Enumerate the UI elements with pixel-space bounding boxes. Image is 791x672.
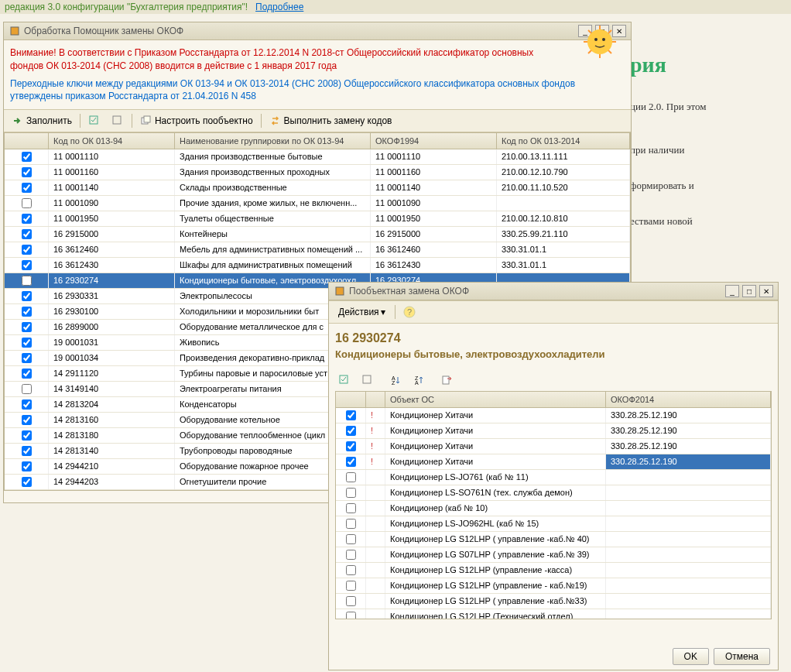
row-checkbox[interactable]	[22, 399, 32, 410]
row-checkbox[interactable]	[346, 503, 356, 513]
row-checkbox[interactable]	[346, 488, 356, 498]
table-row[interactable]: Кондиционер LS-JO962HL (каб № 15)	[336, 516, 771, 532]
banner-link[interactable]: Подробнее	[255, 2, 303, 12]
table-row[interactable]: 11 0001110 Здания производственные бытов…	[5, 149, 630, 165]
table-row[interactable]: 11 0001160 Здания производственных прохо…	[5, 165, 630, 180]
row-checkbox[interactable]	[22, 260, 32, 270]
row-checkbox[interactable]	[22, 307, 32, 317]
cell-object: Кондиционер LG S12LHP ( управление -каб.…	[385, 532, 606, 547]
row-checkbox[interactable]	[346, 410, 356, 420]
sort-desc-button[interactable]: ZA	[409, 372, 428, 388]
table-row[interactable]: ! Кондиционер Хитачи 330.28.25.12.190	[336, 408, 771, 423]
uncheck-all-button[interactable]	[358, 372, 377, 388]
cell-okof: 11 0001110	[371, 149, 497, 164]
table-row[interactable]: ! Кондиционер Хитачи 330.28.25.12.190	[336, 423, 771, 439]
row-checkbox[interactable]	[22, 477, 32, 487]
row-checkbox[interactable]	[346, 426, 356, 436]
table-row[interactable]: 16 2915000 Контейнеры 16 2915000 330.25.…	[5, 227, 630, 242]
row-checkbox[interactable]	[22, 322, 32, 332]
row-checkbox[interactable]	[346, 441, 356, 451]
check-all-button[interactable]	[335, 372, 354, 388]
table-row[interactable]: Кондиционер LG S12LHP ( управление -каб.…	[336, 594, 771, 609]
table-row[interactable]: Кондиционер LG S12LHP ( управление -каб.…	[336, 532, 771, 547]
row-checkbox[interactable]	[22, 152, 32, 162]
close-button[interactable]: ✕	[759, 285, 773, 297]
row-checkbox[interactable]	[346, 457, 356, 467]
row-checkbox[interactable]	[22, 430, 32, 441]
ok-button[interactable]: OK	[673, 648, 709, 665]
table-row[interactable]: 11 0001140 Склады производственные 11 00…	[5, 180, 630, 196]
row-checkbox[interactable]	[22, 229, 32, 239]
cell-okof: 330.28.25.12.190	[606, 408, 771, 423]
row-checkbox[interactable]	[22, 276, 32, 286]
cell-name: Туалеты общественные	[175, 211, 371, 226]
table-row[interactable]: Кондиционер LG S12LHP (управление -касса…	[336, 563, 771, 578]
row-checkbox[interactable]	[346, 472, 356, 482]
table-row[interactable]: 16 3612430 Шкафы для административных по…	[5, 258, 630, 273]
row-checkbox[interactable]	[22, 415, 32, 425]
col-newcode[interactable]: Код по ОК 013-2014	[497, 133, 630, 149]
row-checkbox[interactable]	[346, 550, 356, 560]
cell-newcode: 210.00.11.10.520	[497, 180, 630, 195]
top-banner: редакция 3.0 конфигурации "Бухгалтерия п…	[0, 0, 791, 14]
col-object[interactable]: Объект ОС	[385, 392, 606, 407]
actions-dropdown[interactable]: Действия ▾	[334, 305, 390, 319]
row-checkbox[interactable]	[22, 353, 32, 363]
row-checkbox[interactable]	[346, 596, 356, 606]
export-button[interactable]	[437, 372, 456, 388]
row-checkbox[interactable]	[22, 183, 32, 193]
row-checkbox[interactable]	[22, 369, 32, 379]
cancel-button[interactable]: Отмена	[714, 648, 770, 665]
row-checkbox[interactable]	[22, 245, 32, 255]
minimize-button[interactable]: _	[725, 285, 739, 297]
row-checkbox[interactable]	[346, 581, 356, 591]
row-checkbox[interactable]	[22, 291, 32, 301]
sort-asc-button[interactable]: AZ	[386, 372, 405, 388]
row-checkbox[interactable]	[346, 519, 356, 529]
table-row[interactable]: 11 0001950 Туалеты общественные 11 00019…	[5, 211, 630, 227]
table-row[interactable]: Кондиционер LG S07LHP ( управление -каб.…	[336, 547, 771, 563]
table-row[interactable]: Кондиционер LS-JO761 (каб № 11)	[336, 470, 771, 485]
fill-button[interactable]: Заполнить	[9, 113, 75, 129]
row-checkbox[interactable]	[346, 565, 356, 575]
cell-mark	[366, 547, 385, 562]
col-name[interactable]: Наименование группировки по ОК 013-94	[175, 133, 371, 149]
help-button[interactable]: ?	[400, 304, 419, 320]
col-okof[interactable]: ОКОФ1994	[371, 133, 497, 149]
row-checkbox[interactable]	[346, 612, 356, 619]
table-row[interactable]: Кондиционер LS-SO761N (тех. служба демон…	[336, 485, 771, 501]
cell-okof: 16 3612460	[371, 242, 497, 257]
table-row[interactable]: ! Кондиционер Хитачи 330.28.25.12.190	[336, 454, 771, 470]
table-row[interactable]: ! Кондиционер Хитачи 330.28.25.12.190	[336, 439, 771, 454]
table-row[interactable]: Кондиционер LG S12LHP (Технический отдел…	[336, 609, 771, 619]
cards-icon	[140, 115, 152, 127]
row-checkbox[interactable]	[22, 198, 32, 208]
cell-code: 14 3149140	[49, 382, 175, 396]
row-checkbox[interactable]	[22, 461, 32, 471]
row-checkbox[interactable]	[22, 446, 32, 456]
row-checkbox[interactable]	[22, 214, 32, 224]
swap-icon	[269, 115, 282, 127]
uncheck-all-button[interactable]	[108, 113, 127, 129]
cell-code: 11 0001090	[49, 196, 175, 211]
table-row[interactable]: 16 3612460 Мебель для административных п…	[5, 242, 630, 258]
replace-button[interactable]: Выполнить замену кодов	[266, 113, 396, 129]
row-checkbox[interactable]	[22, 384, 32, 394]
background-content: рия ции 2.0. При этом при наличии формир…	[624, 22, 791, 259]
cell-mark: !	[366, 439, 385, 454]
col-code[interactable]: Код по ОК 013-94	[49, 133, 175, 149]
table-row[interactable]: 11 0001090 Прочие здания, кроме жилых, н…	[5, 196, 630, 211]
col-okof2014[interactable]: ОКОФ2014	[606, 392, 771, 407]
table-row[interactable]: Кондиционер (каб № 10)	[336, 501, 771, 516]
maximize-button[interactable]: □	[742, 285, 756, 297]
check-all-button[interactable]	[85, 113, 104, 129]
cell-code: 11 0001160	[49, 165, 175, 180]
row-checkbox[interactable]	[346, 534, 356, 544]
table-row[interactable]: Кондиционер LG S12LHP (управление - каб.…	[336, 578, 771, 594]
row-checkbox[interactable]	[22, 338, 32, 348]
cell-okof	[606, 501, 771, 516]
cell-okof	[606, 532, 771, 547]
settings-button[interactable]: Настроить пообъектно	[137, 113, 256, 129]
row-checkbox[interactable]	[22, 167, 32, 177]
cell-code: 14 2813204	[49, 397, 175, 412]
